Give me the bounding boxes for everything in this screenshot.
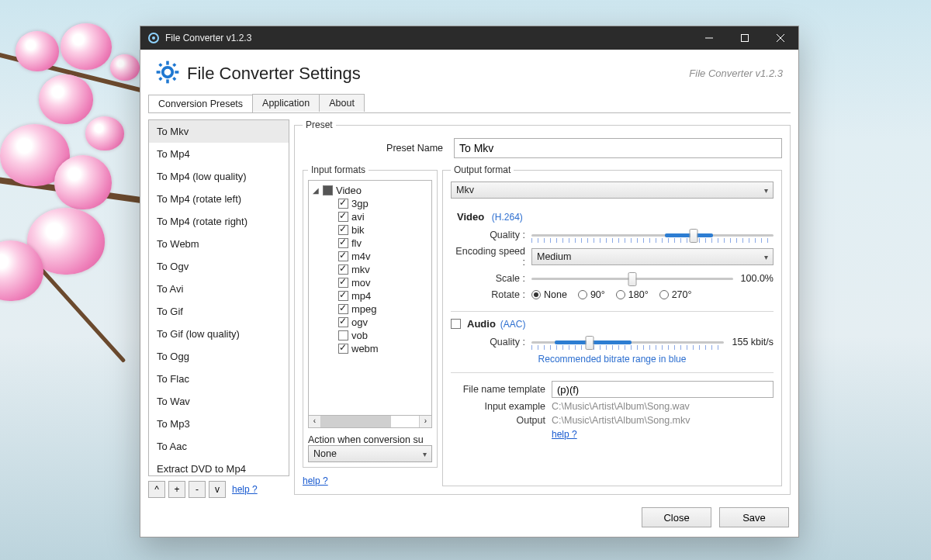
version-label: File Converter v1.2.3 — [689, 67, 783, 79]
svg-rect-11 — [172, 63, 176, 67]
group-checkbox[interactable] — [323, 185, 333, 195]
filename-template-input[interactable] — [552, 381, 774, 398]
rotate-option[interactable]: 180° — [616, 289, 649, 300]
tab-bar: Conversion Presets Application About — [140, 94, 798, 112]
close-button[interactable]: Close — [642, 507, 711, 527]
format-checkbox[interactable] — [338, 212, 348, 222]
move-up-button[interactable]: ^ — [148, 481, 165, 498]
format-item[interactable]: ogv — [337, 316, 430, 329]
preset-item[interactable]: To Mp4 (rotate left) — [149, 188, 289, 210]
svg-rect-12 — [158, 77, 162, 81]
format-item[interactable]: mov — [337, 276, 430, 289]
preset-name-input[interactable] — [454, 138, 782, 158]
format-item[interactable]: bik — [337, 223, 430, 237]
preset-list[interactable]: To MkvTo Mp4To Mp4 (low quality)To Mp4 (… — [148, 119, 289, 476]
preset-item[interactable]: To Gif — [149, 300, 289, 323]
svg-rect-10 — [172, 77, 176, 81]
tree-hscrollbar[interactable]: ‹› — [308, 416, 432, 428]
format-checkbox[interactable] — [338, 344, 348, 354]
format-item[interactable]: 3gp — [337, 197, 430, 210]
format-item[interactable]: webm — [337, 342, 430, 355]
video-heading: Video — [457, 211, 484, 223]
input-format-tree[interactable]: ◢ Video 3gpavibikflvm4vmkvmovmp4mpegogvv… — [308, 180, 432, 416]
format-checkbox[interactable] — [338, 264, 348, 275]
format-checkbox[interactable] — [338, 238, 348, 248]
tab-conversion-presets[interactable]: Conversion Presets — [148, 95, 253, 112]
audio-heading: Audio — [467, 318, 496, 330]
add-preset-button[interactable]: + — [168, 481, 185, 498]
preset-item[interactable]: To Mp4 — [149, 143, 289, 165]
input-help-link[interactable]: help ? — [303, 475, 438, 486]
rotate-option[interactable]: 90° — [578, 289, 605, 300]
collapse-icon[interactable]: ◢ — [312, 186, 320, 195]
tree-group-video[interactable]: ◢ Video — [310, 184, 430, 197]
close-window-button[interactable] — [763, 26, 798, 50]
format-item[interactable]: vob — [337, 329, 430, 342]
preset-help-link[interactable]: help ? — [232, 484, 258, 495]
rotate-option[interactable]: 270° — [659, 289, 692, 300]
preset-item[interactable]: To Flac — [149, 368, 289, 390]
radio-icon — [616, 290, 625, 299]
audio-quality-value: 155 kbit/s — [732, 337, 774, 347]
maximize-button[interactable] — [727, 26, 763, 50]
scale-slider[interactable] — [531, 271, 733, 286]
format-item[interactable]: mkv — [337, 263, 430, 276]
output-example-value: C:\Music\Artist\Album\Song.mkv — [552, 415, 690, 426]
format-checkbox[interactable] — [338, 199, 348, 209]
preset-item[interactable]: To Mp3 — [149, 413, 289, 435]
preset-item[interactable]: To Mp4 (low quality) — [149, 165, 289, 188]
video-quality-slider[interactable] — [531, 227, 774, 243]
chevron-down-icon: ▾ — [764, 186, 768, 195]
format-checkbox[interactable] — [338, 317, 348, 327]
page-title: File Converter Settings — [187, 64, 361, 84]
input-formats-legend: Input formats — [308, 164, 369, 175]
preset-item[interactable]: To Mp4 (rotate right) — [149, 210, 289, 233]
format-checkbox[interactable] — [338, 304, 348, 314]
format-checkbox[interactable] — [338, 291, 348, 301]
preset-legend: Preset — [303, 119, 336, 130]
radio-icon — [531, 290, 541, 299]
preset-item[interactable]: To Ogv — [149, 255, 289, 278]
encoding-speed-dropdown[interactable]: Medium ▾ — [531, 248, 774, 265]
titlebar[interactable]: File Converter v1.2.3 — [140, 26, 798, 50]
app-icon — [148, 33, 159, 43]
minimize-button[interactable] — [691, 26, 727, 50]
template-help-link[interactable]: help ? — [552, 429, 577, 440]
format-item[interactable]: m4v — [337, 250, 430, 263]
tab-about[interactable]: About — [319, 94, 365, 112]
preset-item[interactable]: To Aac — [149, 435, 289, 458]
format-checkbox[interactable] — [338, 330, 348, 340]
preset-item[interactable]: To Gif (low quality) — [149, 323, 289, 345]
audio-enable-checkbox[interactable] — [451, 319, 461, 329]
format-item[interactable]: mpeg — [337, 302, 430, 316]
move-down-button[interactable]: v — [209, 481, 226, 498]
radio-icon — [578, 290, 587, 299]
save-button[interactable]: Save — [719, 507, 789, 527]
gear-icon — [156, 60, 179, 86]
video-codec-label: (H.264) — [492, 212, 523, 223]
format-item[interactable]: avi — [337, 210, 430, 223]
format-checkbox[interactable] — [338, 251, 348, 261]
preset-item[interactable]: Extract DVD to Mp4 — [149, 458, 289, 476]
svg-rect-9 — [158, 63, 162, 67]
action-on-success-dropdown[interactable]: None ▾ — [308, 445, 432, 462]
svg-rect-8 — [175, 71, 178, 74]
audio-hint: Recommended bitrate range in blue — [538, 354, 687, 365]
svg-rect-7 — [157, 71, 161, 74]
preset-item[interactable]: To Webm — [149, 233, 289, 255]
tab-application[interactable]: Application — [252, 94, 320, 112]
preset-item[interactable]: To Ogg — [149, 345, 289, 368]
format-item[interactable]: mp4 — [337, 289, 430, 302]
input-example-value: C:\Music\Artist\Album\Song.wav — [552, 401, 690, 412]
output-format-dropdown[interactable]: Mkv ▾ — [451, 181, 774, 199]
format-item[interactable]: flv — [337, 237, 430, 250]
app-window: File Converter v1.2.3 File Converter Set… — [140, 26, 799, 538]
audio-quality-slider[interactable] — [531, 334, 724, 350]
remove-preset-button[interactable]: - — [189, 481, 206, 498]
rotate-option[interactable]: None — [531, 289, 567, 300]
preset-item[interactable]: To Avi — [149, 278, 289, 300]
preset-item[interactable]: To Mkv — [149, 120, 289, 143]
format-checkbox[interactable] — [338, 225, 348, 235]
format-checkbox[interactable] — [338, 278, 348, 288]
preset-item[interactable]: To Wav — [149, 390, 289, 413]
